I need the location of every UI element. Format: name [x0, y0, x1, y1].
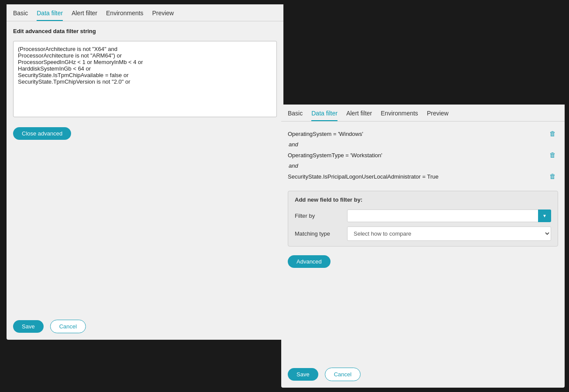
tab-environments-left[interactable]: Environments	[106, 10, 143, 21]
and-operator-2: and	[288, 162, 298, 169]
advanced-btn-wrapper: Advanced	[288, 255, 558, 268]
filter-rows: OperatingSystem = 'Windows' and Operatin…	[288, 128, 558, 182]
left-tab-bar: Basic Data filter Alert filter Environme…	[7, 4, 283, 21]
trash-icon-1	[549, 130, 556, 138]
filter-by-input-wrapper	[347, 210, 551, 222]
matching-type-select[interactable]: Select how to compare Equals Not Equals …	[347, 226, 551, 241]
tab-environments-right[interactable]: Environments	[381, 110, 418, 121]
trash-icon-3	[549, 172, 556, 180]
right-dialog-footer: Save Cancel	[281, 361, 565, 388]
add-field-box: Add new field to filter by: Filter by Ma…	[288, 191, 558, 247]
delete-row-1-button[interactable]	[547, 129, 558, 139]
right-dialog-body: OperatingSystem = 'Windows' and Operatin…	[281, 122, 565, 361]
tab-data-filter-left[interactable]: Data filter	[37, 10, 63, 21]
filter-by-input[interactable]	[347, 210, 551, 222]
filter-row-and-1: and	[288, 140, 558, 149]
filter-textarea[interactable]	[13, 41, 277, 117]
filter-row-1: OperatingSystem = 'Windows'	[288, 128, 558, 139]
and-operator-1: and	[288, 141, 298, 148]
left-dialog-footer: Save Cancel	[7, 313, 283, 340]
right-save-button[interactable]: Save	[288, 368, 318, 381]
filter-by-dropdown-arrow[interactable]	[538, 210, 551, 222]
left-dialog-body: Edit advanced data filter string Close a…	[7, 21, 283, 313]
filter-by-row: Filter by	[295, 210, 551, 222]
matching-type-label: Matching type	[295, 230, 343, 237]
left-section-title: Edit advanced data filter string	[13, 28, 277, 34]
left-dialog: × Basic Data filter Alert filter Environ…	[7, 4, 283, 340]
trash-icon-2	[549, 151, 556, 159]
filter-row-1-text: OperatingSystem = 'Windows'	[288, 131, 547, 137]
left-save-button[interactable]: Save	[13, 320, 44, 333]
advanced-button[interactable]: Advanced	[288, 255, 330, 268]
delete-row-3-button[interactable]	[547, 172, 558, 181]
filter-row-2-text: OperatingSystemType = 'Workstation'	[288, 152, 547, 159]
tab-data-filter-right[interactable]: Data filter	[311, 110, 337, 121]
filter-by-label: Filter by	[295, 213, 343, 219]
filter-row-3: SecurityState.IsPricipalLogonUserLocalAd…	[288, 171, 558, 182]
right-tab-bar: Basic Data filter Alert filter Environme…	[281, 105, 565, 122]
right-dialog: × Basic Data filter Alert filter Environ…	[281, 105, 565, 388]
close-advanced-button[interactable]: Close advanced	[13, 127, 71, 140]
delete-row-2-button[interactable]	[547, 150, 558, 160]
add-field-title: Add new field to filter by:	[295, 196, 551, 203]
tab-basic-left[interactable]: Basic	[13, 10, 28, 21]
filter-row-3-text: SecurityState.IsPricipalLogonUserLocalAd…	[288, 173, 547, 180]
tab-preview-left[interactable]: Preview	[152, 10, 174, 21]
tab-alert-filter-right[interactable]: Alert filter	[346, 110, 372, 121]
left-cancel-button[interactable]: Cancel	[50, 320, 86, 333]
filter-row-and-2: and	[288, 162, 558, 170]
matching-type-row: Matching type Select how to compare Equa…	[295, 226, 551, 241]
filter-text-wrapper	[13, 41, 277, 118]
right-cancel-button[interactable]: Cancel	[325, 368, 361, 381]
filter-row-2: OperatingSystemType = 'Workstation'	[288, 149, 558, 161]
tab-basic-right[interactable]: Basic	[288, 110, 303, 121]
tab-preview-right[interactable]: Preview	[427, 110, 449, 121]
tab-alert-filter-left[interactable]: Alert filter	[72, 10, 97, 21]
